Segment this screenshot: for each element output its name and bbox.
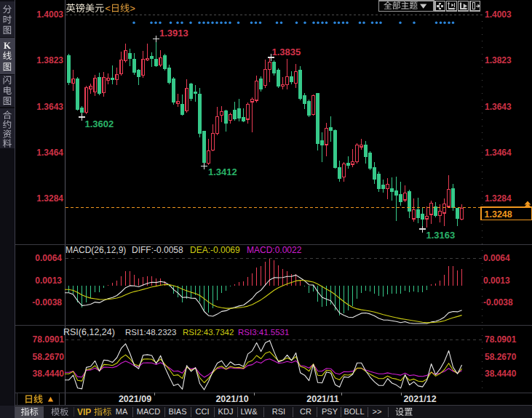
svg-text:1.3284: 1.3284 <box>36 193 63 204</box>
svg-text:BIAS: BIAS <box>168 407 186 416</box>
svg-text:CR: CR <box>300 407 311 416</box>
svg-text:78.0901: 78.0901 <box>33 334 65 345</box>
svg-text:MA: MA <box>116 407 128 416</box>
svg-text:MACD: MACD <box>137 407 160 416</box>
svg-text:1.3602: 1.3602 <box>85 118 114 129</box>
svg-text:>: > <box>130 3 135 14</box>
svg-text:LW&: LW& <box>240 407 258 416</box>
svg-text:RSI: RSI <box>272 407 285 416</box>
svg-text:1.3284: 1.3284 <box>485 193 512 204</box>
svg-text:1.3248: 1.3248 <box>485 209 512 220</box>
svg-text:38.4440: 38.4440 <box>485 369 517 379</box>
svg-text:1.4003: 1.4003 <box>485 9 512 20</box>
svg-text:58.2670: 58.2670 <box>33 352 65 362</box>
svg-text:1.3823: 1.3823 <box>36 55 63 65</box>
svg-text:CCI: CCI <box>196 407 210 416</box>
svg-text:0.0013: 0.0013 <box>35 276 62 286</box>
svg-text:RSI2:43.7342: RSI2:43.7342 <box>183 328 234 337</box>
svg-text:MACD:0.0022: MACD:0.0022 <box>247 245 302 255</box>
svg-text:DIFF:-0.0058: DIFF:-0.0058 <box>132 245 183 255</box>
svg-text:1.3913: 1.3913 <box>159 28 188 39</box>
svg-text:DEA:-0.0069: DEA:-0.0069 <box>190 245 240 255</box>
svg-text:VIP: VIP <box>77 407 91 417</box>
svg-text:1.3835: 1.3835 <box>272 47 301 57</box>
svg-text:1.4003: 1.4003 <box>36 9 63 20</box>
svg-text:0.0064: 0.0064 <box>35 253 62 263</box>
svg-text:38.4440: 38.4440 <box>33 369 65 379</box>
svg-text:0.0064: 0.0064 <box>483 253 510 263</box>
svg-text:2021/09: 2021/09 <box>119 394 151 404</box>
svg-text:>>: >> <box>373 407 382 416</box>
svg-text:RSI3:41.5531: RSI3:41.5531 <box>238 328 289 337</box>
svg-text:<: < <box>105 3 111 14</box>
svg-text:1.3643: 1.3643 <box>485 102 512 112</box>
svg-text:2021/11: 2021/11 <box>306 394 339 404</box>
svg-text:58.2670: 58.2670 <box>485 352 517 362</box>
svg-text:2021/10: 2021/10 <box>215 394 248 404</box>
svg-text:1.3464: 1.3464 <box>36 148 63 158</box>
svg-text:RSI(6,12,24): RSI(6,12,24) <box>63 327 115 337</box>
svg-text:1.3464: 1.3464 <box>485 148 512 158</box>
svg-text:-0.0038: -0.0038 <box>483 297 513 308</box>
svg-text:1.3643: 1.3643 <box>36 102 63 112</box>
svg-text:1.3823: 1.3823 <box>485 55 512 65</box>
svg-text:RSI1:48.2323: RSI1:48.2323 <box>125 328 176 337</box>
svg-text:2021/12: 2021/12 <box>403 394 436 404</box>
svg-text:-0.0038: -0.0038 <box>32 297 62 308</box>
svg-text:0.0013: 0.0013 <box>483 276 510 286</box>
svg-text:78.0901: 78.0901 <box>485 334 517 345</box>
svg-text:KDJ: KDJ <box>218 407 234 416</box>
svg-text:MACD(26,12,9): MACD(26,12,9) <box>65 245 126 255</box>
svg-text:BOLL: BOLL <box>344 407 364 416</box>
svg-text:PSY: PSY <box>322 407 338 416</box>
svg-text:1.3412: 1.3412 <box>208 166 237 177</box>
svg-text:1.3163: 1.3163 <box>426 230 456 241</box>
